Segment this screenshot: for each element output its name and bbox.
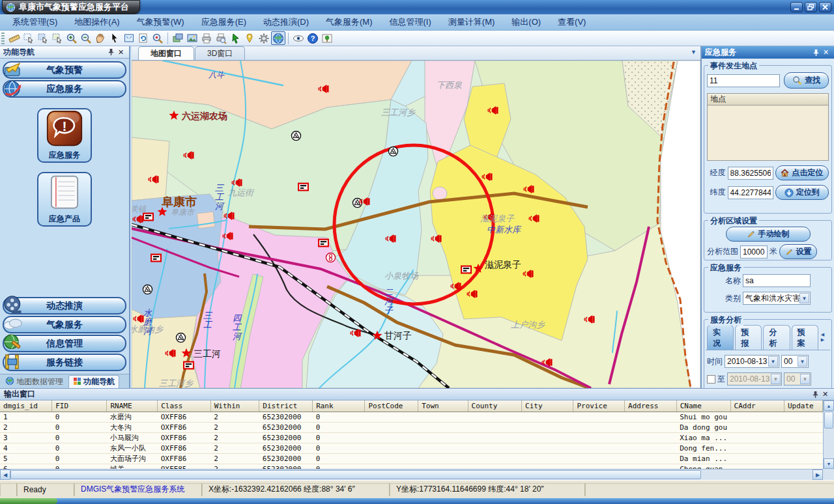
layers-icon[interactable]	[171, 31, 185, 45]
menu-item[interactable]: 气象预警(W)	[128, 14, 193, 30]
menu-item[interactable]: 气象服务(M)	[317, 14, 381, 30]
tree-image-icon[interactable]	[320, 31, 334, 45]
flag-marker-icon[interactable]	[319, 240, 328, 247]
column-header[interactable]: RNAME	[107, 400, 158, 412]
sidebar-item[interactable]: 信息管理	[3, 335, 126, 352]
left-tab[interactable]: 功能导航	[68, 375, 119, 388]
analysis-tab[interactable]: 预案	[792, 325, 818, 350]
big-button[interactable]: 应急产品	[37, 172, 92, 227]
set-range-button[interactable]: 设置	[779, 244, 817, 259]
place-marker-icon[interactable]	[242, 31, 257, 45]
select-arrow-icon[interactable]	[22, 31, 36, 45]
column-header[interactable]: Update	[784, 400, 823, 412]
refresh-icon[interactable]	[136, 31, 151, 45]
find-button[interactable]: 查找	[784, 72, 829, 89]
export-map-icon[interactable]	[185, 31, 199, 45]
flag-marker-icon[interactable]	[184, 362, 194, 369]
close-icon[interactable]: ✕	[821, 48, 831, 57]
zoom-out-icon[interactable]	[79, 31, 93, 45]
column-header[interactable]: Rank	[313, 400, 365, 412]
table-row[interactable]: 60城关OXFF8526523020000Cheng guan	[0, 464, 823, 469]
menu-item[interactable]: 应急服务(E)	[193, 14, 255, 30]
minimize-button[interactable]	[790, 2, 803, 12]
scroll-down-icon[interactable]: ▼	[824, 458, 834, 469]
pin-icon[interactable]	[811, 390, 820, 399]
column-header[interactable]: County	[468, 400, 522, 412]
map-tab[interactable]: 地图窗口	[138, 46, 194, 60]
select-rect-icon[interactable]	[36, 31, 50, 45]
scroll-up-icon[interactable]: ▲	[824, 400, 834, 411]
date-to-select[interactable]: 2010-08-13▼	[727, 372, 782, 385]
table-row[interactable]: 20大冬沟OXFF8626523020000Da dong gou	[0, 423, 823, 433]
column-header[interactable]: Address	[625, 400, 677, 412]
menu-item[interactable]: 查看(V)	[549, 14, 594, 30]
column-header[interactable]: Provice	[573, 400, 625, 412]
pin-icon[interactable]	[106, 48, 116, 57]
menu-item[interactable]: 测量计算(M)	[440, 14, 504, 30]
table-row[interactable]: 50大面场子沟OXFF8626523020000Da mian ...	[0, 454, 823, 464]
toolbar-grip[interactable]	[1, 33, 5, 44]
analysis-tab[interactable]: 预报	[735, 325, 762, 350]
column-header[interactable]: District	[259, 400, 313, 412]
flag-marker-icon[interactable]	[151, 255, 161, 262]
sidebar-item[interactable]: 气象服务	[3, 316, 126, 333]
column-header[interactable]: Town	[418, 400, 468, 412]
column-header[interactable]: Within	[210, 400, 259, 412]
zoom-in-icon[interactable]	[65, 31, 79, 45]
chevron-down-icon[interactable]: ▼	[691, 49, 697, 55]
sidebar-item[interactable]: 气象预警	[3, 61, 126, 79]
output-table[interactable]: dmgis_idFIDRNAMEClassWithinDistrictRankP…	[0, 400, 823, 469]
longitude-input[interactable]	[728, 167, 773, 180]
service-name-input[interactable]	[743, 274, 811, 287]
column-header[interactable]: dmgis_id	[0, 400, 52, 412]
menu-item[interactable]: 输出(O)	[503, 14, 549, 30]
scroll-thumb[interactable]	[10, 470, 701, 479]
select-area-icon[interactable]	[50, 31, 65, 45]
eye-icon[interactable]	[291, 31, 306, 45]
settings-gear-icon[interactable]	[257, 31, 271, 45]
pan-hand-icon[interactable]	[93, 31, 108, 45]
left-tab[interactable]: 地图数据管理	[1, 375, 67, 388]
red-station-marker-icon[interactable]	[326, 253, 335, 262]
location-search-input[interactable]	[707, 74, 780, 87]
full-extent-icon[interactable]	[122, 31, 136, 45]
column-header[interactable]: City	[522, 400, 573, 412]
map-tab[interactable]: 3D窗口	[195, 46, 245, 60]
hour-to-select[interactable]: 00▼	[784, 372, 811, 385]
table-row[interactable]: 10水磨沟OXFF8626523020000Shui mo gou	[0, 412, 823, 423]
scroll-thumb[interactable]	[824, 412, 833, 428]
help-icon[interactable]: ?	[306, 31, 320, 45]
station-marker-icon[interactable]	[388, 147, 397, 156]
analysis-tab[interactable]: 实况	[707, 325, 734, 350]
identify-icon[interactable]	[151, 31, 165, 45]
tab-scroll-icons[interactable]: ◀ ▶	[821, 332, 829, 343]
hour-select[interactable]: 00▼	[781, 355, 809, 368]
station-marker-icon[interactable]	[176, 333, 185, 342]
menu-item[interactable]: 信息管理(I)	[381, 14, 440, 30]
horizontal-scrollbar[interactable]: ◀ ▶	[0, 469, 823, 480]
pin-icon[interactable]	[811, 48, 821, 57]
map-canvas[interactable]: 六运湖农场三工河乡下西泉八斗阜康市阜康市城关镇九运街滋泥泉子中新水库滋泥泉子小泉…	[132, 61, 700, 388]
manual-draw-button[interactable]: 手动绘制	[726, 227, 811, 242]
print-icon[interactable]	[199, 31, 214, 45]
date-select[interactable]: 2010-08-13▼	[725, 355, 779, 368]
ruler-icon[interactable]	[7, 31, 22, 45]
flag-marker-icon[interactable]	[298, 184, 308, 191]
sidebar-item[interactable]: 动态推演	[3, 297, 126, 315]
green-pointer-icon[interactable]	[228, 31, 242, 45]
scroll-right-icon[interactable]: ▶	[812, 469, 823, 480]
menu-item[interactable]: 地图操作(A)	[66, 14, 128, 30]
analysis-tab[interactable]: 分析	[763, 325, 790, 350]
globe-icon[interactable]	[271, 31, 285, 45]
flag-marker-icon[interactable]	[461, 266, 471, 273]
to-checkbox[interactable]	[707, 375, 715, 384]
station-marker-icon[interactable]	[352, 198, 362, 207]
sidebar-item[interactable]: 应急服务	[3, 80, 126, 98]
sidebar-item[interactable]: 服务链接	[3, 354, 126, 371]
big-button[interactable]: !应急服务	[37, 108, 92, 163]
menu-item[interactable]: 系统管理(S)	[4, 14, 66, 30]
table-row[interactable]: 40东风一小队OXFF8626523020000Dong fen...	[0, 443, 823, 454]
table-row[interactable]: 30小马厩沟OXFF8626523020000Xiao ma ...	[0, 433, 823, 443]
locate-to-button[interactable]: 定位到	[775, 185, 829, 200]
service-type-select[interactable]: 气象和洪水灾害 ▼	[743, 292, 811, 305]
